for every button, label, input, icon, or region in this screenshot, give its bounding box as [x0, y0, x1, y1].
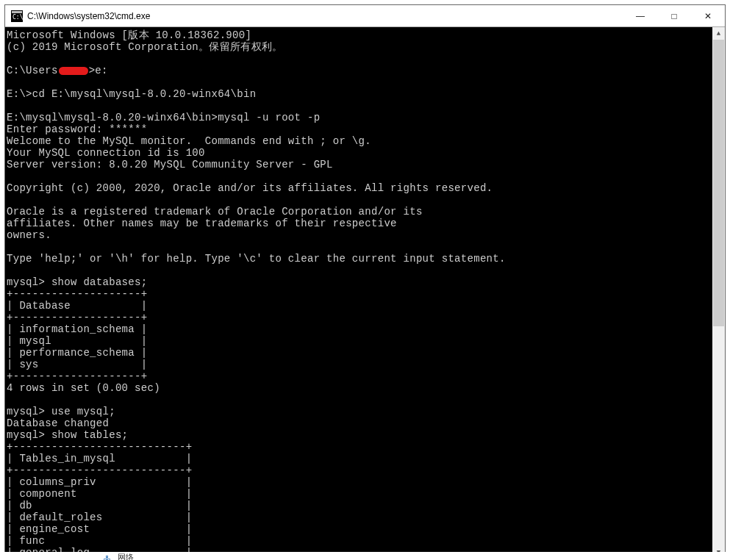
- cmd-window: C:\ C:\Windows\system32\cmd.exe — □ ✕ Mi…: [4, 4, 726, 552]
- line: mysql> use mysql;: [7, 406, 115, 417]
- line: Type 'help;' or '\h' for help. Type '\c'…: [7, 253, 506, 265]
- network-icon: 🖧: [103, 554, 111, 560]
- line: | db |: [7, 500, 192, 511]
- close-button[interactable]: ✕: [691, 5, 725, 27]
- scrollbar[interactable]: ▲ ▼: [712, 27, 725, 559]
- line: | Database |: [7, 300, 147, 312]
- line: | columns_priv |: [7, 476, 192, 488]
- line: Oracle is a registered trademark of Orac…: [7, 206, 423, 218]
- line: | engine_cost |: [7, 523, 192, 535]
- line: mysql> show tables;: [7, 429, 128, 441]
- titlebar[interactable]: C:\ C:\Windows\system32\cmd.exe — □ ✕: [5, 5, 725, 27]
- line: Welcome to the MySQL monitor. Commands e…: [7, 135, 371, 147]
- minimize-button[interactable]: —: [623, 5, 657, 27]
- line: | func |: [7, 535, 192, 547]
- line: 4 rows in set (0.00 sec): [7, 382, 160, 394]
- line: C:\Users: [7, 65, 58, 76]
- line: | default_roles |: [7, 511, 192, 523]
- line: E:\>cd E:\mysql\mysql-8.0.20-winx64\bin: [7, 88, 256, 100]
- line: +--------------------+: [7, 370, 147, 382]
- line: | information_schema |: [7, 323, 147, 335]
- line: Server version: 8.0.20 MySQL Community S…: [7, 159, 333, 170]
- line: >e:: [89, 65, 108, 76]
- network-label: 网络: [118, 552, 134, 560]
- line: Enter password: ******: [7, 123, 147, 135]
- svg-text:C:\: C:\: [12, 14, 23, 21]
- cmd-icon: C:\: [11, 10, 23, 22]
- line: Your MySQL connection id is 100: [7, 147, 205, 159]
- line: affiliates. Other names may be trademark…: [7, 218, 397, 229]
- line: Database changed: [7, 417, 109, 429]
- window-title: C:\Windows\system32\cmd.exe: [27, 11, 623, 21]
- line: owners.: [7, 229, 51, 241]
- line: mysql> show databases;: [7, 276, 147, 288]
- line: | component |: [7, 488, 192, 500]
- taskbar-fragment: 🖧 网络: [0, 552, 730, 560]
- line: Copyright (c) 2000, 2020, Oracle and/or …: [7, 182, 493, 194]
- maximize-button[interactable]: □: [657, 5, 691, 27]
- line: +---------------------------+: [7, 441, 192, 453]
- line: | mysql |: [7, 335, 147, 347]
- terminal-area: Microsoft Windows [版本 10.0.18362.900] (c…: [5, 27, 725, 559]
- line: +--------------------+: [7, 312, 147, 323]
- line: E:\mysql\mysql-8.0.20-winx64\bin>mysql -…: [7, 112, 320, 123]
- redacted-username: [59, 67, 88, 75]
- line: (c) 2019 Microsoft Corporation。保留所有权利。: [7, 41, 282, 53]
- scroll-up-icon[interactable]: ▲: [712, 27, 725, 40]
- line: +---------------------------+: [7, 464, 192, 476]
- svg-rect-1: [12, 11, 22, 13]
- line: | sys |: [7, 359, 147, 370]
- line: Microsoft Windows [版本 10.0.18362.900]: [7, 29, 251, 41]
- terminal-output[interactable]: Microsoft Windows [版本 10.0.18362.900] (c…: [5, 27, 712, 559]
- scroll-thumb[interactable]: [713, 40, 724, 326]
- line: +--------------------+: [7, 288, 147, 300]
- line: | Tables_in_mysql |: [7, 453, 192, 464]
- line: | performance_schema |: [7, 347, 147, 359]
